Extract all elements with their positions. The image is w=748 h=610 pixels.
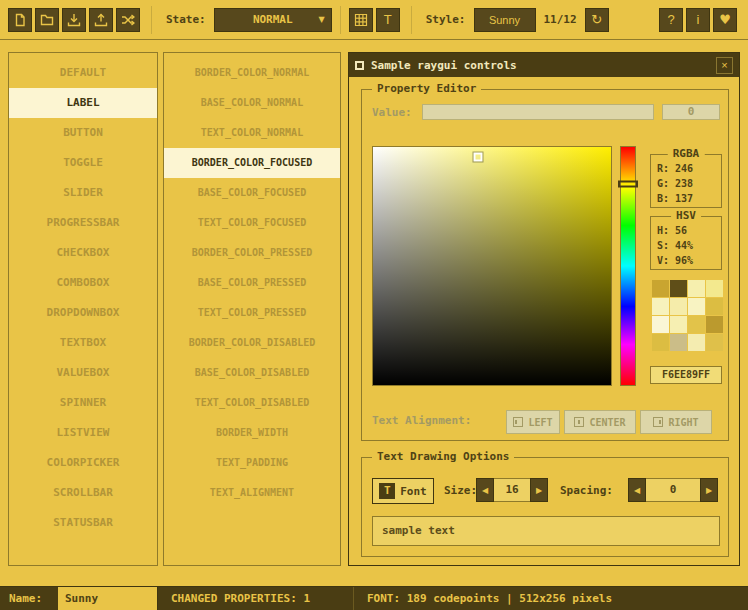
list-item[interactable]: BASE_COLOR_NORMAL bbox=[164, 88, 340, 118]
right-arrow-icon: ▶ bbox=[536, 486, 542, 495]
text-alignment-label: Text Alignment: bbox=[372, 414, 471, 427]
color-swatch[interactable] bbox=[652, 334, 669, 351]
list-item[interactable]: COLORPICKER bbox=[9, 448, 157, 478]
toolbar: State: NORMAL ▼ T Style: Sunny 11/12 ↻ ?… bbox=[0, 0, 748, 40]
list-item[interactable]: VALUEBOX bbox=[9, 358, 157, 388]
list-item[interactable]: TEXT_COLOR_NORMAL bbox=[164, 118, 340, 148]
color-swatch[interactable] bbox=[706, 334, 723, 351]
color-swatch[interactable] bbox=[670, 316, 687, 333]
export-icon bbox=[94, 13, 108, 27]
color-swatch[interactable] bbox=[688, 280, 705, 297]
color-swatch[interactable] bbox=[706, 280, 723, 297]
list-item[interactable]: BORDER_COLOR_NORMAL bbox=[164, 58, 340, 88]
list-item[interactable]: SLIDER bbox=[9, 178, 157, 208]
list-item[interactable]: TEXT_ALIGNMENT bbox=[164, 478, 340, 508]
list-item[interactable]: DEFAULT bbox=[9, 58, 157, 88]
color-swatch[interactable] bbox=[688, 334, 705, 351]
list-item[interactable]: TEXT_COLOR_DISABLED bbox=[164, 388, 340, 418]
style-name-button[interactable]: Sunny bbox=[474, 8, 536, 32]
window-titlebar[interactable]: Sample raygui controls × bbox=[349, 53, 739, 77]
size-value[interactable]: 16 bbox=[494, 478, 530, 502]
spacing-value[interactable]: 0 bbox=[646, 478, 700, 502]
style-color-palette bbox=[652, 280, 723, 351]
list-item[interactable]: LISTVIEW bbox=[9, 418, 157, 448]
align-left-button[interactable]: LEFT bbox=[506, 410, 560, 434]
close-button[interactable]: × bbox=[716, 57, 733, 74]
font-button[interactable]: T Font bbox=[372, 478, 434, 504]
list-item[interactable]: BORDER_WIDTH bbox=[164, 418, 340, 448]
color-swatch[interactable] bbox=[652, 298, 669, 315]
save-style-button[interactable] bbox=[62, 8, 86, 32]
reload-style-button[interactable]: ↻ bbox=[585, 8, 609, 32]
new-style-button[interactable] bbox=[8, 8, 32, 32]
list-item[interactable]: BASE_COLOR_DISABLED bbox=[164, 358, 340, 388]
property-editor-group-label: Property Editor bbox=[372, 82, 481, 95]
color-swatch[interactable] bbox=[670, 280, 687, 297]
list-item[interactable]: TOGGLE bbox=[9, 148, 157, 178]
style-name-input[interactable]: Sunny bbox=[58, 587, 158, 610]
list-item[interactable]: STATUSBAR bbox=[9, 508, 157, 538]
spacing-decrease-button[interactable]: ◀ bbox=[628, 478, 646, 502]
spacing-increase-button[interactable]: ▶ bbox=[700, 478, 718, 502]
sponsor-button[interactable]: ♥ bbox=[713, 8, 737, 32]
color-swatch[interactable] bbox=[652, 280, 669, 297]
state-dropdown[interactable]: NORMAL ▼ bbox=[214, 8, 332, 32]
color-swatch[interactable] bbox=[706, 298, 723, 315]
left-arrow-icon: ◀ bbox=[482, 486, 488, 495]
color-picker-cursor[interactable] bbox=[473, 152, 482, 161]
font-info-status: FONT: 189 codepoints | 512x256 pixels bbox=[354, 587, 748, 610]
list-item[interactable]: BORDER_COLOR_PRESSED bbox=[164, 238, 340, 268]
open-folder-icon bbox=[40, 13, 54, 27]
export-style-button[interactable] bbox=[89, 8, 113, 32]
color-swatch[interactable] bbox=[706, 316, 723, 333]
font-button-label: Font bbox=[400, 485, 427, 498]
color-picker-panel[interactable] bbox=[372, 146, 612, 386]
list-item[interactable]: LABEL bbox=[9, 88, 157, 118]
random-style-button[interactable] bbox=[116, 8, 140, 32]
list-item[interactable]: BASE_COLOR_FOCUSED bbox=[164, 178, 340, 208]
info-button[interactable]: i bbox=[686, 8, 710, 32]
color-swatch[interactable] bbox=[652, 316, 669, 333]
size-spinner: ◀ 16 ▶ bbox=[476, 478, 548, 502]
list-item[interactable]: CHECKBOX bbox=[9, 238, 157, 268]
controls-list: DEFAULTLABELBUTTONTOGGLESLIDERPROGRESSBA… bbox=[8, 52, 158, 566]
value-box[interactable]: 0 bbox=[662, 104, 720, 120]
rgba-r-row: R:246 bbox=[657, 161, 721, 176]
list-item[interactable]: PROGRESSBAR bbox=[9, 208, 157, 238]
list-item[interactable]: BORDER_COLOR_FOCUSED bbox=[164, 148, 340, 178]
list-item[interactable]: TEXT_PADDING bbox=[164, 448, 340, 478]
style-label: Style: bbox=[426, 13, 466, 26]
hue-slider[interactable] bbox=[620, 146, 636, 386]
list-item[interactable]: SCROLLBAR bbox=[9, 478, 157, 508]
toolbar-divider bbox=[151, 6, 152, 34]
color-swatch[interactable] bbox=[688, 316, 705, 333]
hex-color-input[interactable]: F6EE89FF bbox=[650, 366, 722, 384]
value-slider[interactable] bbox=[422, 104, 654, 120]
color-swatch[interactable] bbox=[670, 334, 687, 351]
spacing-spinner: ◀ 0 ▶ bbox=[628, 478, 718, 502]
align-right-button[interactable]: RIGHT bbox=[640, 410, 712, 434]
hue-slider-cursor[interactable] bbox=[618, 181, 638, 188]
sample-text-input[interactable]: sample text bbox=[372, 516, 720, 546]
list-item[interactable]: COMBOBOX bbox=[9, 268, 157, 298]
info-icon: i bbox=[697, 12, 700, 27]
list-item[interactable]: TEXTBOX bbox=[9, 328, 157, 358]
load-style-button[interactable] bbox=[35, 8, 59, 32]
list-item[interactable]: BORDER_COLOR_DISABLED bbox=[164, 328, 340, 358]
font-atlas-button[interactable]: T bbox=[376, 8, 400, 32]
list-item[interactable]: TEXT_COLOR_FOCUSED bbox=[164, 208, 340, 238]
size-increase-button[interactable]: ▶ bbox=[530, 478, 548, 502]
list-item[interactable]: DROPDOWNBOX bbox=[9, 298, 157, 328]
reload-icon: ↻ bbox=[591, 12, 602, 27]
list-item[interactable]: BUTTON bbox=[9, 118, 157, 148]
help-button[interactable]: ? bbox=[659, 8, 683, 32]
window-icon bbox=[355, 61, 364, 70]
list-item[interactable]: BASE_COLOR_PRESSED bbox=[164, 268, 340, 298]
color-swatch[interactable] bbox=[670, 298, 687, 315]
size-decrease-button[interactable]: ◀ bbox=[476, 478, 494, 502]
color-swatch[interactable] bbox=[688, 298, 705, 315]
list-item[interactable]: SPINNER bbox=[9, 388, 157, 418]
list-item[interactable]: TEXT_COLOR_PRESSED bbox=[164, 298, 340, 328]
style-table-button[interactable] bbox=[349, 8, 373, 32]
align-center-button[interactable]: CENTER bbox=[564, 410, 636, 434]
